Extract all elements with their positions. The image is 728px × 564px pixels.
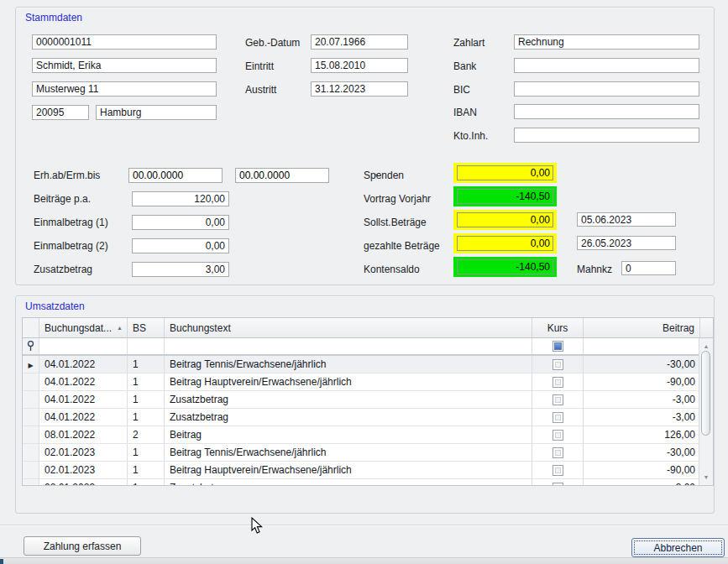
- cell-beitrag[interactable]: -30,00: [584, 356, 700, 373]
- erm-bis-combobox[interactable]: [235, 168, 329, 183]
- cell-bs[interactable]: 1: [128, 462, 165, 478]
- kto-inh-field[interactable]: [514, 128, 699, 143]
- sollst-betraege-field[interactable]: [457, 212, 553, 227]
- cell-bs[interactable]: 1: [128, 391, 165, 408]
- kurs-checkbox[interactable]: [553, 430, 563, 441]
- cell-buchungstext[interactable]: Zusatzbetrag: [165, 479, 532, 486]
- cell-buchungstext[interactable]: Beitrag Tennis/Erwachsene/jährlich: [165, 444, 532, 461]
- kurs-checkbox[interactable]: [553, 447, 563, 458]
- kurs-checkbox[interactable]: [553, 377, 563, 388]
- table-row[interactable]: 04.01.20221Beitrag Hauptverein/Erwachsen…: [23, 373, 713, 391]
- cell-buchungsdatum[interactable]: 04.01.2022: [39, 391, 128, 408]
- zahlart-field[interactable]: [514, 34, 699, 50]
- grid-header-kurs[interactable]: Kurs: [532, 318, 584, 337]
- sollst-datum-field[interactable]: [577, 212, 676, 227]
- table-row[interactable]: 08.01.20222Beitrag126,00: [23, 426, 713, 444]
- table-row[interactable]: 02.01.20231Beitrag Tennis/Erwachsene/jäh…: [23, 444, 713, 462]
- beitraege-pa-field[interactable]: [132, 191, 229, 206]
- cell-buchungsdatum[interactable]: 04.01.2022: [39, 373, 128, 390]
- geb-datum-field[interactable]: [311, 34, 408, 50]
- cell-buchungstext[interactable]: Beitrag Hauptverein/Erwachsene/jährlich: [165, 462, 532, 478]
- zusatzbetrag-field[interactable]: [132, 262, 229, 277]
- abbrechen-button[interactable]: Abbrechen: [631, 538, 725, 557]
- table-row[interactable]: 04.01.20221Beitrag Tennis/Erwachsene/jäh…: [23, 356, 713, 373]
- table-row[interactable]: 04.01.20221Zusatzbetrag-3,00: [23, 409, 713, 426]
- bank-field[interactable]: [514, 58, 699, 73]
- member-number-field[interactable]: [32, 34, 217, 50]
- cell-buchungstext[interactable]: Beitrag Hauptverein/Erwachsene/jährlich: [165, 373, 532, 390]
- kontensaldo-field[interactable]: [457, 259, 553, 274]
- eintritt-field[interactable]: [311, 58, 408, 73]
- cell-bs[interactable]: 2: [128, 426, 165, 443]
- grid-filter-row[interactable]: [23, 338, 713, 356]
- cell-beitrag[interactable]: -30,00: [584, 444, 700, 461]
- bic-field[interactable]: [514, 81, 699, 97]
- mahnkz-field[interactable]: [621, 261, 676, 275]
- erm-bis-value[interactable]: [236, 169, 373, 182]
- cell-buchungsdatum[interactable]: 04.01.2022: [39, 409, 128, 426]
- einmalbetrag1-field[interactable]: [132, 215, 229, 230]
- table-row[interactable]: 02.01.20231Beitrag Hauptverein/Erwachsen…: [23, 462, 713, 479]
- cell-bs[interactable]: 1: [128, 444, 165, 461]
- table-row[interactable]: 02.01.20231Zusatzbetrag-3,00: [23, 479, 713, 486]
- kurs-checkbox[interactable]: [553, 394, 563, 405]
- scrollbar-thumb[interactable]: [701, 351, 710, 436]
- cell-buchungstext[interactable]: Beitrag: [165, 426, 532, 443]
- filter-cell-bs[interactable]: [128, 338, 165, 354]
- cell-bs[interactable]: 1: [128, 373, 165, 390]
- kurs-checkbox[interactable]: [553, 412, 563, 423]
- cell-buchungstext[interactable]: Zusatzbetrag: [165, 391, 532, 408]
- vertical-scrollbar[interactable]: [699, 338, 713, 485]
- cell-bs[interactable]: 1: [128, 479, 165, 486]
- filter-cell-text[interactable]: [165, 338, 532, 354]
- cell-kurs[interactable]: [532, 373, 584, 390]
- cell-buchungsdatum[interactable]: 04.01.2022: [39, 356, 128, 373]
- cell-buchungstext[interactable]: Zusatzbetrag: [165, 409, 532, 426]
- grid-header-beitrag[interactable]: Beitrag: [584, 318, 700, 337]
- cell-bs[interactable]: 1: [128, 409, 165, 426]
- cell-beitrag[interactable]: -3,00: [584, 409, 700, 426]
- cell-kurs[interactable]: [532, 426, 584, 443]
- einmalbetrag2-field[interactable]: [132, 238, 229, 253]
- grid-header-bs[interactable]: BS: [128, 318, 165, 337]
- kurs-checkbox[interactable]: [553, 483, 563, 487]
- member-zip-field[interactable]: [32, 105, 89, 120]
- cell-beitrag[interactable]: -3,00: [584, 479, 700, 486]
- member-city-field[interactable]: [96, 105, 217, 120]
- cell-kurs[interactable]: [532, 391, 584, 408]
- cell-buchungsdatum[interactable]: 08.01.2022: [39, 426, 128, 443]
- cell-beitrag[interactable]: -90,00: [584, 462, 700, 478]
- kurs-checkbox[interactable]: [553, 465, 563, 476]
- cell-kurs[interactable]: [532, 409, 584, 426]
- member-street-field[interactable]: [32, 81, 217, 97]
- erh-ab-combobox[interactable]: [128, 168, 223, 183]
- cell-kurs[interactable]: [532, 444, 584, 461]
- iban-field[interactable]: [514, 104, 699, 119]
- cell-buchungsdatum[interactable]: 02.01.2023: [39, 444, 128, 461]
- filter-cell-betrag[interactable]: [584, 338, 700, 354]
- cell-buchungsdatum[interactable]: 02.01.2023: [39, 479, 128, 486]
- filter-cell-date[interactable]: [39, 338, 128, 354]
- cell-beitrag[interactable]: -3,00: [584, 391, 700, 408]
- cell-bs[interactable]: 1: [128, 356, 165, 373]
- vortrag-vorjahr-field[interactable]: [457, 189, 553, 204]
- kurs-checkbox[interactable]: [553, 359, 563, 370]
- grid-header-buchungsdatum[interactable]: Buchungsdat...: [39, 318, 128, 337]
- cell-buchungstext[interactable]: Beitrag Tennis/Erwachsene/jährlich: [165, 356, 532, 373]
- cell-beitrag[interactable]: -90,00: [584, 373, 700, 390]
- filter-cell-kurs[interactable]: [532, 338, 584, 354]
- table-row[interactable]: 04.01.20221Zusatzbetrag-3,00: [23, 391, 713, 409]
- gezahlt-datum-field[interactable]: [577, 236, 676, 250]
- cell-beitrag[interactable]: 126,00: [584, 426, 700, 443]
- scroll-down-icon[interactable]: [699, 471, 713, 483]
- austritt-field[interactable]: [311, 81, 408, 97]
- kurs-filter-checkbox[interactable]: [553, 341, 563, 352]
- cell-kurs[interactable]: [532, 462, 584, 478]
- spenden-field[interactable]: [457, 165, 553, 180]
- member-name-field[interactable]: [32, 58, 217, 73]
- cell-kurs[interactable]: [532, 356, 584, 373]
- grid-header-buchungstext[interactable]: Buchungstext: [165, 318, 532, 337]
- gezahlte-betraege-field[interactable]: [457, 236, 553, 251]
- cell-buchungsdatum[interactable]: 02.01.2023: [39, 462, 128, 478]
- zahlung-erfassen-button[interactable]: Zahlung erfassen: [24, 536, 141, 556]
